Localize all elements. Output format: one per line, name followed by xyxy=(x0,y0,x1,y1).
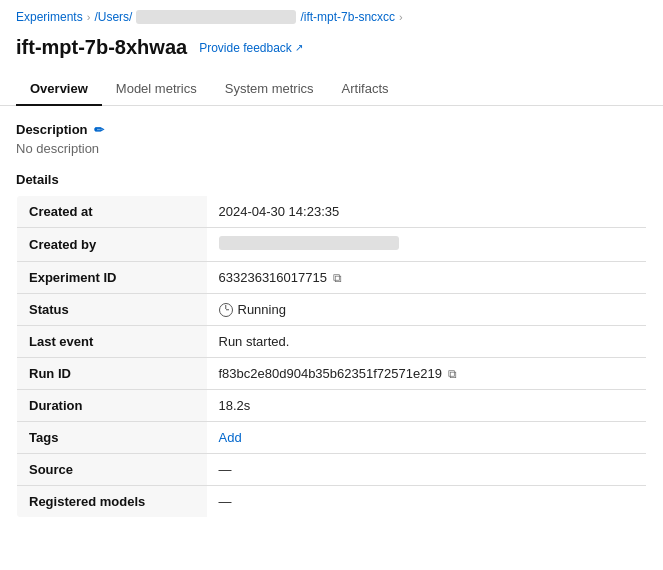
table-row: Source— xyxy=(17,454,647,486)
table-row: Duration18.2s xyxy=(17,390,647,422)
row-value[interactable]: Add xyxy=(207,422,647,454)
table-row: TagsAdd xyxy=(17,422,647,454)
row-key: Created by xyxy=(17,228,207,262)
page-title: ift-mpt-7b-8xhwaa xyxy=(16,36,187,59)
row-value: — xyxy=(207,454,647,486)
copy-text: f83bc2e80d904b35b62351f72571e219 xyxy=(219,366,442,381)
copy-value-wrapper: f83bc2e80d904b35b62351f72571e219⧉ xyxy=(219,366,635,381)
row-key: Created at xyxy=(17,196,207,228)
row-value: 18.2s xyxy=(207,390,647,422)
status-text: Running xyxy=(238,302,286,317)
breadcrumb-experiments[interactable]: Experiments xyxy=(16,10,83,24)
copy-icon[interactable]: ⧉ xyxy=(448,367,457,381)
row-value: Running xyxy=(207,294,647,326)
breadcrumb-run[interactable]: /ift-mpt-7b-sncxcc xyxy=(300,10,395,24)
tab-overview[interactable]: Overview xyxy=(16,73,102,106)
details-table: Created at2024-04-30 14:23:35Created byE… xyxy=(16,195,647,518)
row-value[interactable]: f83bc2e80d904b35b62351f72571e219⧉ xyxy=(207,358,647,390)
row-key: Run ID xyxy=(17,358,207,390)
provide-feedback-label: Provide feedback xyxy=(199,41,292,55)
clock-icon xyxy=(219,303,233,317)
description-section-title: Description ✏ xyxy=(16,122,647,137)
breadcrumb-blurred xyxy=(136,10,296,24)
table-row: StatusRunning xyxy=(17,294,647,326)
row-key: Duration xyxy=(17,390,207,422)
breadcrumb-sep-2: › xyxy=(399,11,403,23)
tab-bar: Overview Model metrics System metrics Ar… xyxy=(0,63,663,106)
edit-description-icon[interactable]: ✏ xyxy=(94,123,104,137)
description-label: Description xyxy=(16,122,88,137)
row-key: Experiment ID xyxy=(17,262,207,294)
copy-icon[interactable]: ⧉ xyxy=(333,271,342,285)
tab-system-metrics[interactable]: System metrics xyxy=(211,73,328,106)
external-link-icon: ↗ xyxy=(295,42,303,53)
row-value: Run started. xyxy=(207,326,647,358)
breadcrumb-users[interactable]: /Users/ xyxy=(94,10,132,24)
status-badge: Running xyxy=(219,302,635,317)
description-value: No description xyxy=(16,141,647,156)
page-header: ift-mpt-7b-8xhwaa Provide feedback ↗ xyxy=(0,30,663,59)
row-value: — xyxy=(207,486,647,518)
row-key: Last event xyxy=(17,326,207,358)
breadcrumb: Experiments › /Users/ /ift-mpt-7b-sncxcc… xyxy=(0,0,663,30)
main-content: Description ✏ No description Details Cre… xyxy=(0,106,663,534)
breadcrumb-sep-1: › xyxy=(87,11,91,23)
row-value[interactable]: 633236316017715⧉ xyxy=(207,262,647,294)
provide-feedback-link[interactable]: Provide feedback ↗ xyxy=(199,41,303,55)
blurred-value xyxy=(219,236,399,250)
row-value xyxy=(207,228,647,262)
row-key: Source xyxy=(17,454,207,486)
table-row: Experiment ID633236316017715⧉ xyxy=(17,262,647,294)
row-key: Registered models xyxy=(17,486,207,518)
row-key: Status xyxy=(17,294,207,326)
details-section-title: Details xyxy=(16,172,647,187)
table-row: Last eventRun started. xyxy=(17,326,647,358)
tab-artifacts[interactable]: Artifacts xyxy=(328,73,403,106)
copy-text: 633236316017715 xyxy=(219,270,327,285)
row-value: 2024-04-30 14:23:35 xyxy=(207,196,647,228)
table-row: Created at2024-04-30 14:23:35 xyxy=(17,196,647,228)
table-row: Registered models— xyxy=(17,486,647,518)
row-key: Tags xyxy=(17,422,207,454)
table-row: Created by xyxy=(17,228,647,262)
add-tags-link[interactable]: Add xyxy=(219,430,242,445)
tab-model-metrics[interactable]: Model metrics xyxy=(102,73,211,106)
table-row: Run IDf83bc2e80d904b35b62351f72571e219⧉ xyxy=(17,358,647,390)
copy-value-wrapper: 633236316017715⧉ xyxy=(219,270,635,285)
